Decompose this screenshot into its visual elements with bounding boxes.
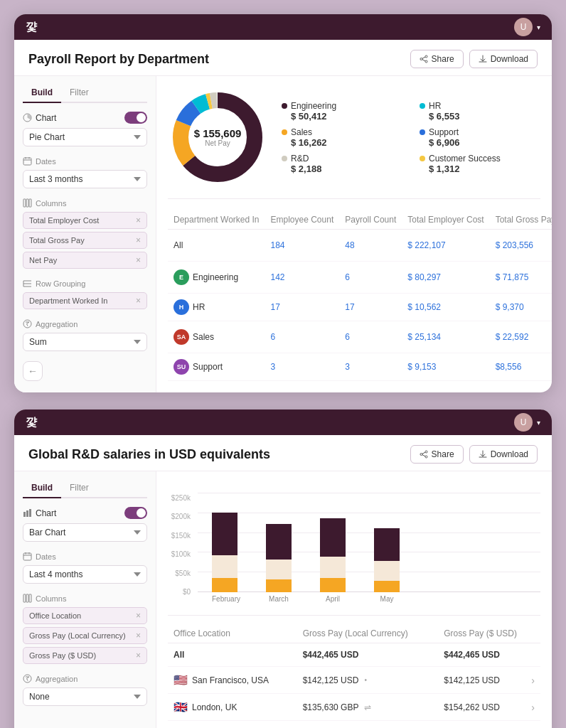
sidebar-chart-section-1: Chart Pie Chart [23,112,147,146]
table-row: All $442,465 USD $442,465 USD [168,643,540,667]
remove-col-office[interactable]: × [136,611,141,621]
report-body-2: Build Filter Chart Bar Chart [14,471,552,728]
svg-rect-6 [23,158,31,165]
svg-rect-38 [26,594,28,602]
dept-cell: All [168,230,265,262]
report-body-1: Build Filter Chart Pie Chart [14,76,552,392]
svg-rect-10 [23,199,26,207]
remove-row-grouping-0[interactable]: × [136,296,141,306]
chevron-down-icon-2[interactable]: ▾ [537,419,540,427]
th-dept: Department Worked In [168,210,265,230]
legend-dot-support [420,129,425,135]
table-row: H HR 17 17 $ 10,562 $ 9,370 $ 6,553 [168,294,552,321]
column-tag-0: Total Employer Cost × [23,212,147,229]
svg-point-27 [425,456,427,458]
usd-cell-london: $154,262 USD › [438,694,540,721]
usd-cell-all: $442,465 USD [438,643,540,667]
chart-type-select-2[interactable]: Bar Chart [23,523,147,542]
th-payroll: Payroll Count [339,210,402,230]
chart-toggle-1[interactable] [124,112,147,124]
report-header-1: Payroll Report by Department Share Downl… [14,40,552,76]
svg-point-2 [425,60,427,63]
donut-chart-1: $ 155,609 Net Pay [168,87,267,187]
avatar-1[interactable]: U [514,18,533,36]
avatar-2[interactable]: U [514,413,533,432]
svg-point-0 [425,55,427,58]
logo-2: 꺛 [26,415,38,430]
tab-filter-2[interactable]: Filter [61,480,97,498]
location-cell-london: 🇬🇧 London, UK [168,694,297,721]
header-actions-1: Share Download [410,50,538,68]
legend-hr: HR $ 6,553 [420,101,540,122]
legend-engineering: Engineering $ 50,412 [282,101,402,122]
remove-col-local[interactable]: × [136,631,141,641]
stacked-bar-may [374,528,400,592]
topbar-right-1: U ▾ [514,18,540,36]
col-tag-usd: Gross Pay ($ USD) × [23,647,147,664]
global-rd-table: Office Location Gross Pay (Local Currenc… [168,624,540,721]
arrow-right-london[interactable]: › [531,702,535,713]
dates-select-2[interactable]: Last 4 months [23,565,147,584]
download-button-2[interactable]: Download [469,445,538,464]
bar-may [374,528,400,592]
svg-rect-39 [29,594,31,602]
remove-column-2[interactable]: × [136,255,141,265]
svg-line-29 [422,455,425,456]
remove-column-0[interactable]: × [136,215,141,225]
sidebar-tabs-2: Build Filter [23,480,147,498]
page-title-2: Global R&D salaries in USD equivalents [28,447,270,462]
dates-select-1[interactable]: Last 3 months [23,170,147,188]
local-cell-all: $442,465 USD [297,643,439,667]
dept-badge-sales: SA [173,329,189,345]
table-row[interactable]: 🇬🇧 London, UK $135,630 GBP ⇌ [168,694,540,721]
chevron-down-icon-1[interactable]: ▾ [537,23,540,31]
flag-uk: 🇬🇧 [173,700,188,714]
arrow-right-sf[interactable]: › [531,675,535,686]
chart-type-select-1[interactable]: Pie Chart [23,128,147,146]
chart-label-2: Chart [23,508,56,518]
column-tag-2: Net Pay × [23,252,147,269]
sidebar-columns-section-2: Columns Office Location × Gross Pay (Loc… [23,594,147,664]
legend-sales: Sales $ 16,262 [282,127,402,148]
aggregation-select-1[interactable]: Sum [23,333,147,351]
remove-col-usd[interactable]: × [136,651,141,660]
emp-cell: 184 [265,230,340,262]
column-tag-1: Total Gross Pay × [23,232,147,249]
table-row: All 184 48 $ 222,107 $ 203,556 $ 155,609 [168,230,552,262]
svg-rect-12 [29,199,31,207]
logo-1: 꺛 [26,20,38,35]
aggregation-icon-1 [23,319,32,328]
share-button-1[interactable]: Share [410,50,464,68]
download-button-1[interactable]: Download [469,50,538,68]
aggregation-select-2[interactable]: None [23,687,147,706]
table-row: SA Sales 6 6 $ 25,134 $ 22,592 $ 16,262 [168,321,552,353]
dept-cell: H HR [168,294,265,321]
remove-column-1[interactable]: × [136,235,141,245]
tab-filter-1[interactable]: Filter [61,85,97,103]
svg-rect-37 [23,594,26,602]
tab-build-1[interactable]: Build [23,85,61,103]
page-title-1: Payroll Report by Department [28,52,209,67]
svg-rect-30 [23,512,26,517]
th-employer-cost: Total Employer Cost [402,210,489,230]
table-row[interactable]: 🇺🇸 San Francisco, USA $142,125 USD • [168,667,540,694]
sidebar-row-grouping-section-1: Row Grouping Department Worked In × [23,279,147,309]
convert-icon-london[interactable]: ⇌ [364,702,371,712]
donut-label-1: Net Pay [194,139,242,147]
columns-icon-1 [23,198,32,208]
aggregation-label-2: Aggregation [23,674,147,683]
tab-build-2[interactable]: Build [23,480,61,498]
usd-cell-sf: $142,125 USD › [438,667,540,694]
share-button-2[interactable]: Share [410,445,464,464]
bars-container-2: February March April May [198,493,540,609]
chart-toggle-2[interactable] [124,507,147,519]
sidebar-columns-section-1: Columns Total Employer Cost × Total Gros… [23,198,147,269]
aggregation-label-1: Aggregation [23,319,147,328]
chart-icon-1 [23,113,32,122]
back-button-1[interactable]: ← [23,361,43,381]
y-axis-2: $250k $200k $150k $100k $50k $0 [168,493,195,596]
row-grouping-label-1: Row Grouping [23,279,147,288]
gross-cell: $ 203,556 [490,230,552,262]
payroll-cell: 48 [339,230,402,262]
payroll-table-1: Department Worked In Employee Count Payr… [168,210,552,381]
